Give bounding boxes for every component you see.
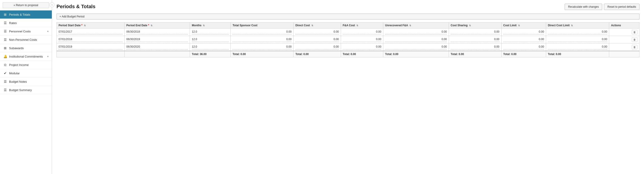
dashed-line-start-2 (58, 49, 122, 49)
direct-cost-value-0: 0.00 (334, 30, 339, 33)
fa-cost-1: 0.00 (341, 36, 383, 44)
periods-totals-icon: ⊞ (3, 13, 7, 16)
start-date-2: 07/01/2019 (57, 44, 124, 51)
cost-limit-2: 0.00 (501, 44, 546, 51)
modular-icon: ✔ (3, 71, 7, 75)
dashed-line-months-0 (192, 34, 228, 35)
dashed-line-unrecovered-fa-2 (385, 49, 447, 49)
col-header-unrecovered-fa[interactable]: Unrecovered F&A ⇅ (383, 23, 449, 29)
main-content: Periods & Totals Recalculate with change… (52, 0, 644, 174)
dashed-line-cost-limit-2 (503, 49, 544, 49)
months-value-1: 12.0 (192, 38, 197, 41)
fa-cost-0: 0.00 (341, 29, 383, 36)
sidebar-label-subawards: Subawards (9, 47, 48, 50)
institutional-commitments-icon: 🔔 (3, 55, 7, 58)
unrecovered-fa-1: 0.00 (383, 36, 449, 44)
sidebar-label-institutional-commitments: Institutional Commitments (9, 55, 46, 58)
sidebar-item-budget-notes[interactable]: ☰Budget Notes (0, 77, 52, 86)
totals-unrecovered-fa: Total: 0.00 (383, 51, 449, 57)
end-date-1: 06/30/2019 (124, 36, 190, 44)
sidebar: ‹ « Return to proposal ⊞Periods & Totals… (0, 0, 52, 174)
project-income-icon: ⊙ (3, 63, 7, 67)
sidebar-item-non-personnel-costs[interactable]: ☰Non-Personnel Costs (0, 36, 52, 44)
delete-row-button-0[interactable]: 🗑 (632, 30, 638, 35)
end-date-2: 06/30/2020 (124, 44, 190, 51)
col-header-months[interactable]: Months ⇅ (190, 23, 231, 29)
sidebar-label-rates: Rates (9, 21, 48, 25)
dashed-line-unrecovered-fa-0 (385, 34, 447, 35)
total-sponsor-cost-2: 0.00 (231, 44, 294, 51)
header-buttons: Recalculate with changes Reset to period… (565, 4, 640, 10)
direct-cost-1: 0.00 (294, 36, 341, 44)
cost-sharing-value-1: 0.00 (494, 38, 499, 41)
dashed-line-cost-sharing-0 (451, 34, 499, 35)
unrecovered-fa-2: 0.00 (383, 44, 449, 51)
direct-cost-limit-value-1: 0.00 (602, 38, 607, 41)
totals-direct-cost: Total: 0.00 (294, 51, 341, 57)
col-header-direct-cost[interactable]: Direct Cost ⇅ (294, 23, 341, 29)
delete-row-button-1[interactable]: 🗑 (632, 37, 638, 42)
sort-icon-months: ⇅ (203, 24, 205, 27)
reset-button[interactable]: Reset to period defaults (604, 4, 640, 10)
months-0: 12.0 (190, 29, 231, 36)
sidebar-item-periods-totals[interactable]: ⊞Periods & Totals (0, 11, 52, 19)
dashed-line-fa-cost-0 (343, 34, 382, 35)
sidebar-item-project-income[interactable]: ⊙Project Income (0, 61, 52, 69)
dashed-line-total-sponsor-cost-0 (232, 34, 292, 35)
recalculate-button[interactable]: Recalculate with changes (565, 4, 602, 10)
totals-blank-1 (57, 51, 124, 57)
delete-row-button-2[interactable]: 🗑 (632, 45, 638, 49)
sidebar-item-institutional-commitments[interactable]: 🔔Institutional Commitments▾ (0, 52, 52, 61)
col-header-direct-cost-limit[interactable]: Direct Cost Limit ⇅ (546, 23, 609, 29)
table-row: 07/01/201706/30/201812.00.000.000.000.00… (57, 29, 640, 36)
total-sponsor-cost-0: 0.00 (231, 29, 294, 36)
fa-cost-value-2: 0.00 (376, 45, 381, 48)
sort-icon-cost-sharing: ⇅ (469, 24, 471, 27)
totals-months: Total: 36.00 (190, 51, 231, 57)
sidebar-item-subawards[interactable]: ⊞Subawards (0, 44, 52, 52)
dashed-line-end-0 (126, 34, 188, 35)
sidebar-item-personnel-costs[interactable]: ☰Personnel Costs▾ (0, 27, 52, 36)
fa-cost-2: 0.00 (341, 44, 383, 51)
start-date-value-1: 07/01/2018 (58, 38, 122, 41)
dashed-line-direct-cost-limit-0 (548, 34, 607, 35)
chevron-icon-personnel-costs: ▾ (47, 30, 48, 33)
start-date-value-0: 07/01/2017 (58, 30, 122, 33)
col-header-fa-cost[interactable]: F&A Cost ⇅ (341, 23, 383, 29)
direct-cost-value-2: 0.00 (334, 45, 339, 48)
sidebar-item-modular[interactable]: ✔Modular (0, 69, 52, 77)
dashed-line-cost-sharing-2 (451, 49, 499, 49)
sidebar-label-budget-summary: Budget Summary (9, 88, 48, 92)
direct-cost-value-1: 0.00 (334, 38, 339, 41)
cost-limit-value-2: 0.00 (539, 45, 544, 48)
col-header-cost-limit[interactable]: Cost Limit ⇅ (501, 23, 546, 29)
col-header-period-start-date[interactable]: Period Start Date * ⇅ (57, 23, 124, 29)
months-value-2: 12.0 (192, 45, 197, 48)
totals-row: Total: 36.00Total: 0.00Total: 0.00Total:… (57, 51, 640, 57)
sidebar-item-budget-summary[interactable]: ☰Budget Summary (0, 86, 52, 94)
totals-direct-cost-limit: Total: 0.00 (546, 51, 609, 57)
cost-sharing-value-2: 0.00 (494, 45, 499, 48)
col-header-cost-sharing[interactable]: Cost Sharing ⇅ (449, 23, 501, 29)
col-header-period-end-date[interactable]: Period End Date * ⇅ (124, 23, 190, 29)
sort-icon-unrecovered-fa: ⇅ (409, 24, 411, 27)
direct-cost-limit-value-0: 0.00 (602, 30, 607, 33)
dashed-line-total-sponsor-cost-2 (232, 49, 292, 49)
col-header-actions: Actions (609, 23, 640, 29)
rates-icon: ☰ (3, 21, 7, 25)
add-budget-period-button[interactable]: + Add Budget Period (56, 14, 640, 20)
col-header-total-sponsor-cost: Total Sponsor Cost (231, 23, 294, 29)
actions-2: 🗑 (609, 44, 640, 51)
totals-cost-sharing: Total: 0.00 (449, 51, 501, 57)
sidebar-item-rates[interactable]: ☰Rates (0, 19, 52, 27)
sort-icon-direct-cost-limit: ⇅ (571, 24, 573, 27)
dashed-line-fa-cost-2 (343, 49, 382, 49)
sort-icon-direct-cost: ⇅ (311, 24, 313, 27)
unrecovered-fa-value-1: 0.00 (442, 38, 447, 41)
budget-summary-icon: ☰ (3, 88, 7, 92)
return-to-proposal-button[interactable]: « Return to proposal (3, 2, 49, 8)
sidebar-collapse-button[interactable]: ‹ (50, 2, 54, 7)
non-personnel-costs-icon: ☰ (3, 38, 7, 42)
total-sponsor-cost-1: 0.00 (231, 36, 294, 44)
direct-cost-limit-1: 0.00 (546, 36, 609, 44)
